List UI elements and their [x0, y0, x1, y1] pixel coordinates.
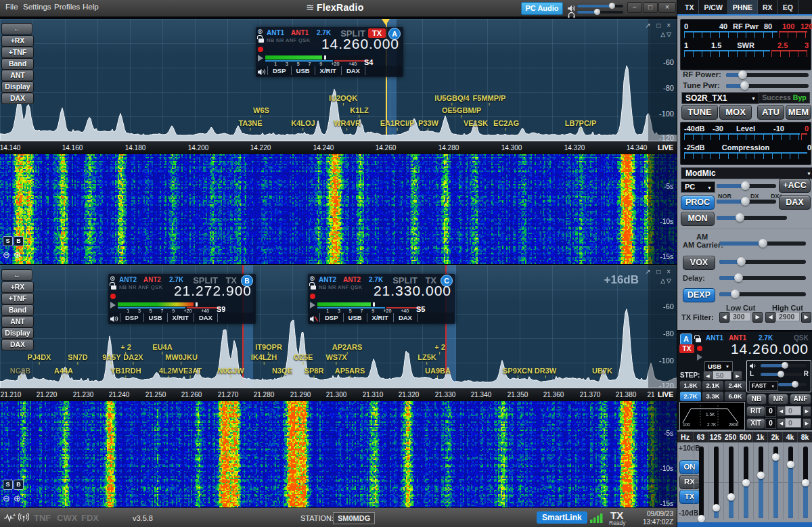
panadapter-2-spectrum[interactable]: -60-80-100-120←+RX+TNFBandANTDisplayDAX↗…: [0, 265, 677, 388]
flag-button-dsp[interactable]: DSP: [319, 313, 343, 322]
dx-spot[interactable]: TA3NE: [238, 119, 262, 131]
dexp-button[interactable]: DEXP: [683, 288, 715, 302]
low-cut-value[interactable]: 300: [729, 312, 751, 321]
s-display-button[interactable]: S: [3, 236, 13, 246]
dx-spot[interactable]: PJ4DX: [28, 353, 51, 365]
filter-preset-2.4K[interactable]: 2.4K: [724, 380, 746, 391]
dexp-slider[interactable]: [719, 292, 806, 296]
eq-slider-500[interactable]: [742, 479, 750, 486]
flag-button-x-rit[interactable]: X/RIT: [167, 313, 194, 322]
b-display-button[interactable]: B: [14, 236, 24, 246]
tune-button[interactable]: TUNE: [681, 105, 718, 120]
dx-spot[interactable]: EA1RCI/P: [380, 119, 415, 131]
dx-spot[interactable]: VE1SK: [464, 119, 488, 131]
atu-button[interactable]: ATU: [757, 105, 784, 120]
flag-button-dax[interactable]: DAX: [194, 313, 218, 322]
dx-spot[interactable]: N0GJW: [217, 367, 244, 378]
eq-on-button[interactable]: ON: [679, 460, 700, 474]
dx-spot[interactable]: EC2AG: [493, 119, 519, 131]
mon-level-slider[interactable]: [717, 216, 787, 220]
high-cut-up-button[interactable]: ▶: [801, 312, 811, 323]
tnf-toggle[interactable]: TNF: [34, 513, 51, 523]
tab-eq[interactable]: EQ: [778, 0, 798, 14]
nb-button[interactable]: NB: [746, 394, 767, 405]
slice-flag-A[interactable]: ⊗ANT1ANT12.7KSPLITTXANB NR ANF QSK14.260…: [256, 27, 403, 77]
step-down-button[interactable]: ◀: [703, 371, 713, 381]
lock-icon[interactable]: [111, 285, 116, 290]
headphones-volume-slider[interactable]: [577, 11, 623, 14]
dx-spot[interactable]: LB7PC/P: [565, 119, 596, 131]
mic-source-select[interactable]: PC▼: [681, 181, 715, 193]
mic-profile-select[interactable]: ModMic▼: [681, 167, 812, 179]
eq-slider-63[interactable]: [698, 515, 705, 522]
dx-spot[interactable]: SP9XCN: [503, 367, 533, 378]
smartlink-button[interactable]: SmartLink: [537, 511, 587, 524]
dx-spot[interactable]: 9A5Y: [102, 353, 121, 365]
mox-button[interactable]: MOX: [719, 105, 752, 120]
dx-spot[interactable]: P33W: [418, 119, 438, 131]
vox-button[interactable]: VOX: [683, 256, 715, 270]
slice-tx-badge[interactable]: TX: [679, 344, 694, 353]
step-up-button[interactable]: ▶: [733, 371, 742, 381]
eq-slider-2k[interactable]: [772, 453, 780, 461]
pan-rx-button[interactable]: +RX: [1, 35, 34, 47]
dx-spot[interactable]: WR4VR: [334, 119, 361, 131]
dx-spot[interactable]: IU2OQK: [329, 94, 357, 106]
live-label[interactable]: LIVE: [658, 390, 673, 398]
flag-button-usb[interactable]: USB: [291, 66, 315, 75]
xit-up-button[interactable]: ▶: [803, 418, 811, 429]
dx-spot[interactable]: WS7X: [325, 353, 346, 365]
menu-profiles[interactable]: Profiles: [54, 3, 80, 11]
slice-speaker-icon[interactable]: [749, 363, 758, 369]
dx-spot[interactable]: DR3W: [535, 367, 556, 378]
dax-button[interactable]: DAX: [779, 196, 811, 210]
tab-p-cw[interactable]: P/CW: [699, 0, 727, 14]
lock-icon[interactable]: [258, 39, 264, 43]
flag-button-x-rit[interactable]: X/RIT: [315, 66, 341, 75]
zoom-out-icon[interactable]: ⊖: [3, 250, 10, 260]
zoom-in-icon[interactable]: ⊕: [14, 250, 21, 260]
pan-tnf-button[interactable]: +TNF: [1, 47, 34, 58]
dx-spot[interactable]: VE3AT: [179, 367, 202, 378]
dx-spot[interactable]: LZ5K: [418, 353, 436, 365]
record-icon[interactable]: [310, 294, 315, 299]
pan-back-button[interactable]: ←: [1, 23, 32, 35]
rf-power-slider[interactable]: [726, 73, 809, 77]
rit-offset[interactable]: 0: [785, 406, 801, 415]
eq-tx-button[interactable]: TX: [679, 490, 700, 504]
close-button[interactable]: ×: [658, 2, 676, 13]
flag-button-dsp[interactable]: DSP: [120, 313, 143, 322]
slice-frequency[interactable]: 14.260.000: [731, 341, 809, 357]
dx-spot[interactable]: K4LOJ: [291, 119, 315, 131]
vox-slider[interactable]: [719, 260, 806, 264]
panadapter-1-spectrum[interactable]: -60-80-100-120←+RX+TNFBandANTDisplayDAX↗…: [0, 19, 677, 141]
panadapter-1-waterfall[interactable]: -5s-10s-15sSB⊖⊕: [0, 154, 677, 264]
tab-rx[interactable]: RX: [758, 0, 778, 14]
panadapter-2-waterfall[interactable]: -5s-10s-15sSB⊖⊕: [0, 401, 677, 507]
pan-window-controls[interactable]: ↗ □ ×: [645, 22, 673, 29]
dx-spot[interactable]: OZ5E: [294, 353, 313, 365]
dx-spot[interactable]: NG9B: [10, 367, 31, 378]
delay-slider[interactable]: [719, 276, 806, 280]
anf-button[interactable]: ANF: [790, 394, 811, 405]
slice-flag-C[interactable]: ⊗ANT2ANT22.7KSPLITTXCNB NR ANF QSK21.330…: [308, 274, 455, 324]
flag-button-dax[interactable]: DAX: [341, 66, 365, 75]
nr-button[interactable]: NR: [768, 394, 788, 405]
flag-button-dsp[interactable]: DSP: [267, 66, 291, 75]
waterfall-canvas[interactable]: [0, 401, 677, 507]
mic-gain-slider[interactable]: [717, 184, 776, 188]
slice-volume-slider[interactable]: [761, 364, 807, 367]
zoom-out-icon[interactable]: ⊖: [3, 493, 10, 503]
filter-preset-6.0K[interactable]: 6.0K: [724, 391, 746, 402]
flag-tx-antenna[interactable]: ANT2: [143, 276, 161, 283]
tab-phne[interactable]: PHNE: [728, 0, 758, 14]
low-cut-up-button[interactable]: ▶: [752, 312, 763, 323]
dx-spot[interactable]: K1LZ: [350, 106, 369, 118]
s-display-button[interactable]: S: [3, 480, 13, 490]
filter-preset-2.1K[interactable]: 2.1K: [702, 380, 724, 391]
play-icon[interactable]: [258, 55, 263, 62]
flag-rx-antenna[interactable]: ANT2: [319, 276, 336, 283]
cwx-toggle[interactable]: CWX: [57, 513, 77, 523]
slice-flag-B[interactable]: ⊗ANT2ANT22.7KSPLITTXBNB NR ANF QSK21.272…: [108, 274, 256, 324]
pc-audio-button[interactable]: PC Audio: [521, 2, 563, 15]
